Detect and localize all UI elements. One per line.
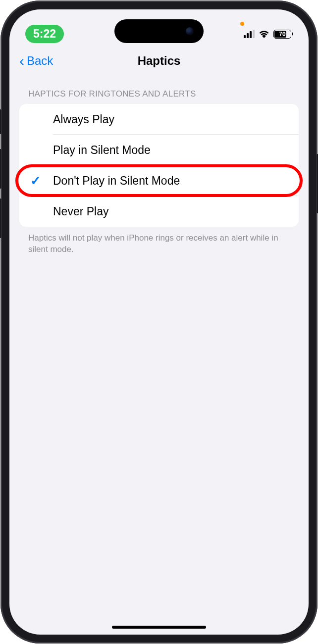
wifi-icon (259, 30, 269, 38)
battery-percent: 70 (279, 31, 285, 38)
section-footer: Haptics will not play when iPhone rings … (19, 227, 299, 261)
battery-icon: 70 (273, 30, 293, 39)
dynamic-island (114, 19, 204, 43)
microphone-indicator-dot (240, 22, 244, 26)
front-camera (186, 27, 194, 35)
option-never-play[interactable]: Never Play (19, 196, 299, 227)
option-label: Always Play (53, 113, 114, 126)
option-dont-play-in-silent-mode[interactable]: ✓ Don't Play in Silent Mode (19, 165, 299, 196)
status-icons: 70 (244, 30, 293, 39)
option-label: Never Play (53, 205, 108, 218)
check-indicator: ✓ (30, 173, 53, 189)
option-label: Don't Play in Silent Mode (53, 174, 180, 188)
option-always-play[interactable]: Always Play (19, 104, 299, 135)
home-indicator[interactable] (112, 626, 206, 629)
status-time-recording-indicator[interactable]: 5:22 (25, 25, 64, 43)
content-area: HAPTICS FOR RINGTONES AND ALERTS Always … (9, 75, 309, 261)
option-play-in-silent-mode[interactable]: Play in Silent Mode (19, 135, 299, 165)
checkmark-icon: ✓ (30, 173, 41, 189)
chevron-left-icon: ‹ (19, 52, 24, 69)
cellular-signal-icon (244, 30, 255, 38)
back-label: Back (27, 54, 53, 68)
options-list: Always Play Play in Silent Mode ✓ Don't … (19, 104, 299, 227)
section-header: HAPTICS FOR RINGTONES AND ALERTS (19, 85, 299, 104)
phone-side-buttons-left (0, 109, 1, 248)
option-label: Play in Silent Mode (53, 144, 151, 157)
phone-frame: 5:22 70 (0, 0, 318, 644)
navigation-bar: ‹ Back Haptics (9, 47, 309, 75)
back-button[interactable]: ‹ Back (19, 52, 53, 69)
screen: 5:22 70 (9, 9, 309, 635)
page-title: Haptics (9, 54, 309, 68)
